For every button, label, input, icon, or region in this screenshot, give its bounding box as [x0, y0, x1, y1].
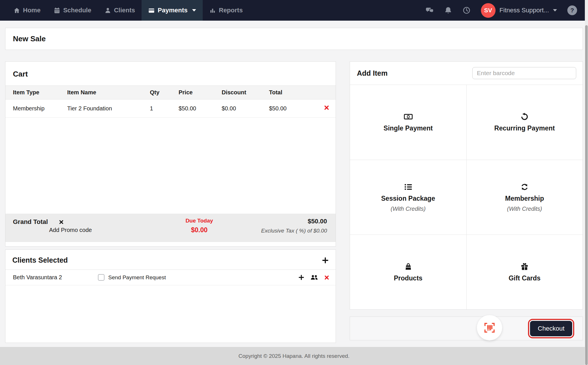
shopping-bag-icon: [404, 262, 413, 271]
col-item-name: Item Name: [67, 86, 150, 99]
clients-selected-title: Clients Selected: [12, 256, 68, 264]
page-title: New Sale: [13, 34, 46, 43]
nav-item-payments[interactable]: Payments: [142, 0, 203, 21]
gift-icon: [520, 262, 529, 271]
nav-item-home[interactable]: Home: [7, 0, 47, 21]
person-icon: [105, 7, 111, 14]
tax-note: Exclusive Tax ( %) of $0.00: [261, 228, 327, 234]
grand-total-label: Grand Total: [13, 218, 48, 226]
add-item-panel: Add Item Single Payment: [350, 61, 583, 310]
grand-total-values: $50.00 Exclusive Tax ( %) of $0.00: [261, 218, 327, 234]
cart-header-row: Item Type Item Name Qty Price Discount T…: [5, 86, 336, 99]
copyright-text: Copyright © 2025 Hapana. All rights rese…: [239, 353, 350, 359]
col-discount: Discount: [222, 86, 269, 99]
nav-label: Clients: [114, 7, 135, 14]
client-name: Beth Varasuntara 2: [13, 274, 98, 281]
user-menu[interactable]: SV Fitness Support...: [481, 3, 557, 18]
tile-gift-cards[interactable]: Gift Cards: [466, 235, 583, 309]
home-icon: [13, 7, 20, 14]
credit-card-icon: [148, 7, 155, 14]
send-payment-request-checkbox[interactable]: [98, 274, 105, 281]
client-add-icon[interactable]: [298, 274, 304, 280]
nav-item-schedule[interactable]: Schedule: [47, 0, 98, 21]
messages-icon[interactable]: [426, 6, 434, 14]
cart-panel: Cart Item Type Item Name Qty Price Disco…: [5, 61, 336, 247]
scrollbar-thumb[interactable]: [585, 25, 588, 365]
remove-client-icon[interactable]: [324, 275, 329, 280]
cart-table: Item Type Item Name Qty Price Discount T…: [5, 85, 336, 118]
tile-membership[interactable]: Membership (With Credits): [466, 160, 583, 235]
due-today-label: Due Today: [178, 218, 221, 224]
cart-title: Cart: [13, 70, 28, 79]
list-icon: [404, 183, 413, 191]
clients-empty-space: [5, 285, 336, 343]
nav-label: Payments: [158, 7, 187, 14]
top-navbar: Home Schedule Clients Payments Report: [0, 0, 588, 21]
nav-label: Reports: [219, 7, 243, 14]
checkout-bar: Checkout: [350, 317, 583, 340]
help-icon[interactable]: ?: [567, 5, 577, 15]
calendar-icon: [54, 7, 60, 14]
cart-empty-space: [5, 118, 336, 214]
tile-recurring-payment[interactable]: Recurring Payment: [466, 85, 583, 160]
nav-label: Schedule: [63, 7, 91, 14]
add-item-grid: Single Payment Recurring Payment: [350, 85, 583, 309]
tile-single-payment[interactable]: Single Payment: [350, 85, 466, 160]
navbar-tools: SV Fitness Support... ?: [426, 0, 588, 21]
new-sale-card: New Sale: [5, 28, 583, 50]
footer: Copyright © 2025 Hapana. All rights rese…: [0, 347, 588, 365]
cell-discount: $0.00: [222, 99, 269, 118]
add-item-title: Add Item: [357, 69, 388, 77]
nav-label: Home: [23, 7, 40, 14]
col-total: Total: [269, 86, 312, 99]
bar-chart-icon: [209, 7, 216, 14]
tile-session-package[interactable]: Session Package (With Credits): [350, 160, 466, 235]
rotate-left-icon: [520, 112, 529, 121]
main-nav: Home Schedule Clients Payments Report: [7, 0, 249, 21]
due-today-block: Due Today $0.00: [178, 218, 221, 234]
grand-total-value: $50.00: [261, 218, 327, 225]
clear-promo-icon[interactable]: [59, 220, 64, 225]
col-price: Price: [179, 86, 222, 99]
client-group-icon[interactable]: [310, 274, 318, 281]
barcode-input[interactable]: [472, 67, 576, 79]
checkout-button[interactable]: Checkout: [530, 321, 572, 336]
sync-icon: [520, 183, 529, 191]
nav-item-reports[interactable]: Reports: [203, 0, 249, 21]
cell-item-name: Tier 2 Foundation: [67, 99, 150, 118]
col-item-type: Item Type: [5, 86, 67, 99]
chevron-down-icon: [553, 9, 557, 11]
main-content: New Sale Cart Item Type Item Name Qty Pr…: [0, 21, 588, 343]
due-today-value: $0.00: [178, 226, 221, 234]
tile-products[interactable]: Products: [350, 235, 466, 309]
col-qty: Qty: [150, 86, 179, 99]
remove-item-icon[interactable]: [324, 105, 329, 110]
cell-price: $50.00: [179, 99, 222, 118]
grand-total-row: Grand Total Add Promo code Due Today $0.…: [5, 214, 336, 242]
barcode-scan-button[interactable]: [477, 315, 502, 340]
send-payment-request-label: Send Payment Request: [108, 274, 166, 281]
chevron-down-icon: [192, 9, 196, 11]
scrollbar-track: [585, 0, 588, 365]
avatar[interactable]: SV: [481, 3, 496, 18]
notifications-bell-icon[interactable]: [444, 6, 452, 14]
history-clock-icon[interactable]: [463, 6, 471, 14]
money-bill-icon: [404, 112, 413, 121]
add-client-button[interactable]: [322, 257, 329, 264]
clients-selected-panel: Clients Selected Beth Varasuntara 2 Send…: [5, 249, 336, 343]
cell-item-type: Membership: [5, 99, 67, 118]
client-row: Beth Varasuntara 2 Send Payment Request: [5, 270, 336, 285]
user-name: Fitness Support...: [500, 7, 549, 14]
cell-total: $50.00: [269, 99, 312, 118]
nav-item-clients[interactable]: Clients: [98, 0, 142, 21]
cell-qty: 1: [150, 99, 179, 118]
barcode-scan-icon: [483, 322, 496, 333]
table-row: Membership Tier 2 Foundation 1 $50.00 $0…: [5, 99, 336, 118]
